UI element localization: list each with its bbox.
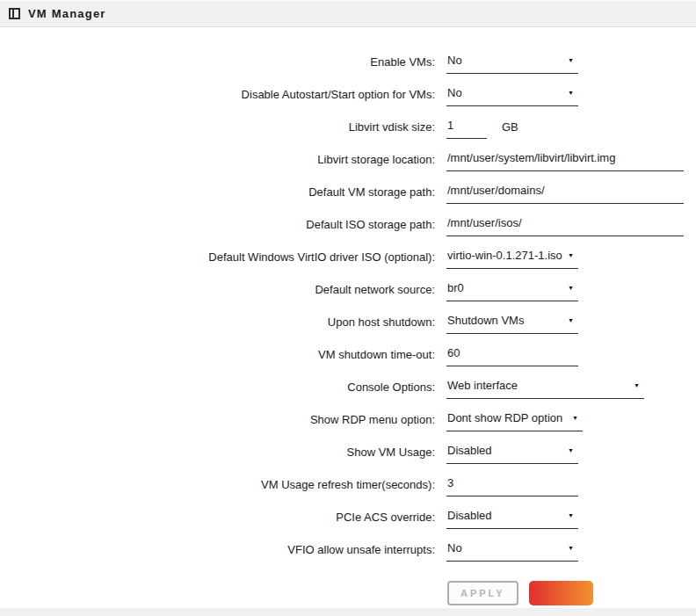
- show-vm-usage-select[interactable]: Disabled: [446, 444, 578, 464]
- page-footer-strip: [0, 608, 696, 616]
- enable-vms-select[interactable]: No: [446, 54, 578, 74]
- show-rdp-menu-option-select[interactable]: Dont show RDP option: [446, 411, 583, 431]
- show-rdp-menu-option-label: Show RDP menu option:: [0, 411, 435, 427]
- row-vm-shutdown-timeout: VM shutdown time-out:: [0, 346, 696, 379]
- row-default-iso-storage-path: Default ISO storage path:: [0, 216, 696, 249]
- apply-button[interactable]: APPLY: [447, 581, 518, 605]
- disable-autostart-label: Disable Autostart/Start option for VMs:: [0, 86, 435, 102]
- vfio-unsafe-interrupts-select[interactable]: No: [446, 541, 578, 562]
- default-iso-storage-path-label: Default ISO storage path:: [0, 216, 435, 232]
- page-title: VM Manager: [28, 7, 106, 20]
- vm-usage-refresh-timer-input[interactable]: [446, 476, 578, 496]
- vdisk-size-unit: GB: [502, 119, 518, 134]
- done-button[interactable]: DONE: [531, 583, 592, 604]
- pcie-acs-override-select[interactable]: Disabled: [446, 509, 578, 529]
- form-actions: APPLY DONE: [447, 581, 696, 605]
- row-upon-host-shutdown: Upon host shutdown: Shutdown VMs ▼: [0, 314, 696, 346]
- row-pcie-acs-override: PCIe ACS override: Disabled ▼: [0, 509, 696, 541]
- done-button-border: DONE: [529, 581, 594, 605]
- default-vm-storage-path-label: Default VM storage path:: [0, 184, 435, 199]
- libvirt-storage-location-input[interactable]: [446, 151, 684, 171]
- row-show-vm-usage: Show VM Usage: Disabled ▼: [0, 444, 696, 476]
- libvirt-storage-location-label: Libvirt storage location:: [0, 151, 435, 167]
- vm-manager-form: Enable VMs: No ▼ Disable Autostart/Start…: [0, 27, 696, 605]
- row-libvirt-vdisk-size: Libvirt vdisk size: GB: [0, 119, 696, 151]
- row-vfio-unsafe-interrupts: VFIO allow unsafe interrupts: No ▼: [0, 541, 696, 574]
- show-vm-usage-label: Show VM Usage:: [0, 444, 435, 460]
- upon-host-shutdown-label: Upon host shutdown:: [0, 314, 435, 330]
- vm-shutdown-timeout-label: VM shutdown time-out:: [0, 346, 435, 362]
- virtio-driver-iso-label: Default Windows VirtIO driver ISO (optio…: [0, 249, 435, 265]
- row-vm-usage-refresh-timer: VM Usage refresh timer(seconds):: [0, 476, 696, 509]
- upon-host-shutdown-select[interactable]: Shutdown VMs: [446, 314, 578, 334]
- vm-shutdown-timeout-input[interactable]: [446, 346, 578, 366]
- default-network-source-select[interactable]: br0: [446, 281, 578, 301]
- console-options-label: Console Options:: [0, 379, 435, 395]
- default-iso-storage-path-input[interactable]: [446, 216, 684, 236]
- default-network-source-label: Default network source:: [0, 281, 435, 297]
- row-show-rdp-menu-option: Show RDP menu option: Dont show RDP opti…: [0, 411, 696, 444]
- pcie-acs-override-label: PCIe ACS override:: [0, 509, 435, 525]
- virtio-driver-iso-select[interactable]: virtio-win-0.1.271-1.iso: [446, 249, 578, 269]
- row-console-options: Console Options: Web interface ▼: [0, 379, 696, 411]
- console-options-select[interactable]: Web interface: [446, 379, 644, 399]
- disable-autostart-select[interactable]: No: [446, 86, 578, 106]
- columns-icon: [9, 8, 20, 19]
- enable-vms-label: Enable VMs:: [0, 54, 435, 69]
- row-enable-vms: Enable VMs: No ▼: [0, 54, 696, 86]
- titlebar: VM Manager: [0, 0, 696, 27]
- default-vm-storage-path-input[interactable]: [446, 184, 684, 204]
- row-default-vm-storage-path: Default VM storage path:: [0, 184, 696, 216]
- row-libvirt-storage-location: Libvirt storage location:: [0, 151, 696, 184]
- vm-usage-refresh-timer-label: VM Usage refresh timer(seconds):: [0, 476, 435, 492]
- row-virtio-driver-iso: Default Windows VirtIO driver ISO (optio…: [0, 249, 696, 281]
- vfio-unsafe-interrupts-label: VFIO allow unsafe interrupts:: [0, 541, 435, 557]
- libvirt-vdisk-size-label: Libvirt vdisk size:: [0, 119, 435, 134]
- row-default-network-source: Default network source: br0 ▼: [0, 281, 696, 314]
- libvirt-vdisk-size-input[interactable]: [446, 119, 487, 139]
- row-disable-autostart: Disable Autostart/Start option for VMs: …: [0, 86, 696, 119]
